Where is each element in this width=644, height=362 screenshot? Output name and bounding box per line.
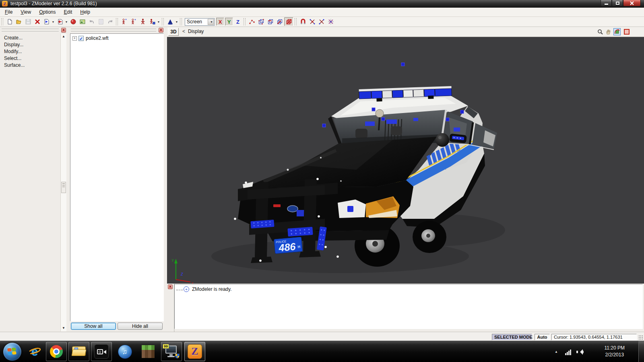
axis-y-toggle[interactable]: Y bbox=[225, 18, 233, 26]
scroll-up-icon[interactable]: ▲ bbox=[62, 35, 65, 38]
bones-up-tool-button[interactable] bbox=[120, 17, 129, 26]
tree-expander-icon[interactable]: + bbox=[72, 36, 77, 41]
scene-tree-panel: × + ✓ police2.wft Show all Hide all bbox=[68, 27, 165, 332]
police-car-model[interactable]: POLICE 486 H bbox=[167, 37, 644, 284]
toolbar-grip[interactable] bbox=[180, 18, 182, 25]
taskbar-zmodeler[interactable]: Z bbox=[184, 342, 205, 361]
taskbar-clock[interactable]: 11:20 PM 2/2/2013 bbox=[605, 345, 625, 358]
hide-all-button[interactable]: Hide all bbox=[118, 323, 163, 330]
mode-cube-edges-button[interactable] bbox=[266, 17, 275, 26]
screen-space-combo[interactable]: Screen ▼ bbox=[185, 18, 215, 26]
new-file-button[interactable] bbox=[5, 17, 14, 26]
taskbar-itunes[interactable]: ♫ bbox=[114, 342, 135, 361]
close-button[interactable] bbox=[623, 0, 641, 6]
panel-grip[interactable] bbox=[71, 28, 156, 31]
detach-vertices-button[interactable] bbox=[317, 17, 326, 26]
history-button[interactable] bbox=[96, 17, 105, 26]
scrollbar-thumb[interactable] bbox=[61, 182, 66, 193]
maximize-button[interactable] bbox=[612, 0, 623, 6]
axis-z-toggle[interactable]: Z bbox=[234, 18, 242, 26]
actor-tool-button[interactable] bbox=[147, 17, 157, 26]
command-modify[interactable]: Modify... bbox=[0, 48, 60, 55]
render-sphere-button[interactable] bbox=[68, 17, 78, 26]
orbit-tool-button[interactable] bbox=[613, 28, 621, 35]
snap-magnet-button[interactable] bbox=[298, 17, 308, 26]
taskbar-video-app[interactable] bbox=[91, 342, 112, 361]
history-icon bbox=[98, 19, 104, 25]
viewport-view-name[interactable]: Display bbox=[188, 29, 204, 34]
volume-icon[interactable] bbox=[576, 349, 584, 355]
taskbar-internet-explorer[interactable]: e bbox=[24, 342, 45, 361]
mode-cube-vertices-button[interactable] bbox=[256, 17, 266, 26]
undo-button[interactable] bbox=[87, 17, 96, 26]
commands-panel-close-button[interactable]: × bbox=[61, 28, 66, 33]
start-button[interactable] bbox=[3, 343, 21, 361]
show-all-button[interactable]: Show all bbox=[71, 323, 116, 330]
menu-options[interactable]: Options bbox=[35, 8, 60, 16]
viewport-back-button[interactable]: < bbox=[182, 29, 185, 34]
mode-vertices-button[interactable] bbox=[247, 17, 256, 26]
tree-checkbox[interactable]: ✓ bbox=[78, 36, 84, 41]
notification-badge: 99 bbox=[163, 344, 169, 349]
cone-tool-button[interactable] bbox=[165, 17, 175, 26]
open-file-button[interactable] bbox=[14, 17, 23, 26]
cone-tool-dropdown[interactable]: ▼ bbox=[175, 17, 179, 26]
toolbar-grip[interactable] bbox=[1, 18, 3, 25]
tree-row-police2[interactable]: + ✓ police2.wft bbox=[70, 34, 163, 41]
tree-panel-close-button[interactable]: × bbox=[159, 28, 163, 33]
toolbar-grip[interactable] bbox=[295, 18, 297, 25]
taskbar-chrome[interactable] bbox=[46, 342, 67, 361]
menu-view[interactable]: View bbox=[17, 8, 35, 16]
message-panel-close-button[interactable]: × bbox=[168, 284, 173, 289]
show-hidden-icons-button[interactable]: ▲ bbox=[555, 350, 558, 354]
message-panel-grip[interactable]: × bbox=[167, 284, 174, 332]
menu-edit[interactable]: Edit bbox=[60, 8, 76, 16]
export-dropdown[interactable]: ▼ bbox=[51, 17, 55, 26]
viewport-close-button[interactable] bbox=[624, 29, 630, 35]
mode-cube-objects-button[interactable] bbox=[284, 17, 293, 26]
taskbar-minecraft[interactable] bbox=[138, 342, 159, 361]
network-icon[interactable] bbox=[565, 349, 572, 355]
walk-tool-button[interactable] bbox=[138, 17, 147, 26]
mode-cube-faces-button[interactable] bbox=[275, 17, 284, 26]
taskbar-explorer[interactable] bbox=[68, 342, 89, 361]
panel-grip[interactable] bbox=[2, 28, 59, 31]
menu-file[interactable]: File bbox=[1, 8, 17, 16]
show-desktop-button[interactable] bbox=[638, 341, 644, 362]
axis-x-toggle[interactable]: X bbox=[216, 18, 224, 26]
command-display[interactable]: Display... bbox=[0, 41, 60, 48]
save-button[interactable] bbox=[23, 17, 33, 26]
import-button[interactable] bbox=[55, 17, 64, 26]
zoom-tool-button[interactable] bbox=[597, 28, 604, 35]
toolbar-grip[interactable] bbox=[116, 18, 118, 25]
tree-item-label[interactable]: police2.wft bbox=[86, 35, 109, 41]
command-select[interactable]: Select... bbox=[0, 55, 60, 62]
auto-mode-indicator[interactable]: Auto bbox=[535, 334, 550, 340]
taskbar-system-app[interactable]: 99 bbox=[161, 342, 182, 361]
delete-button[interactable] bbox=[33, 17, 42, 26]
pan-tool-button[interactable] bbox=[605, 28, 612, 35]
command-surface[interactable]: Surface... bbox=[0, 62, 60, 68]
texture-browser-button[interactable] bbox=[78, 17, 87, 26]
actor-tool-dropdown[interactable]: ▼ bbox=[157, 17, 161, 26]
commands-scrollbar[interactable]: ▲ ▼ bbox=[60, 34, 66, 331]
export-button[interactable] bbox=[42, 17, 51, 26]
toolbar-grip[interactable] bbox=[162, 18, 164, 25]
cone-icon bbox=[167, 19, 173, 25]
command-create[interactable]: Create... bbox=[0, 34, 60, 41]
menu-help[interactable]: Help bbox=[76, 8, 94, 16]
weld-vertices-button[interactable] bbox=[308, 17, 317, 26]
toolbar-grip[interactable] bbox=[244, 18, 246, 25]
combo-dropdown-icon[interactable]: ▼ bbox=[208, 19, 214, 25]
resize-grip[interactable] bbox=[638, 335, 643, 340]
minimize-button[interactable] bbox=[601, 0, 612, 6]
minecraft-block-icon bbox=[142, 345, 155, 358]
window-titlebar[interactable]: Z testpol3 - ZModeler ver 2.2.6 (Build 9… bbox=[0, 0, 644, 8]
snap-grid-button[interactable] bbox=[326, 17, 335, 26]
scroll-down-icon[interactable]: ▼ bbox=[62, 326, 65, 330]
viewport-mode-button[interactable]: 3D bbox=[168, 28, 179, 36]
viewport-3d[interactable]: POLICE 486 H bbox=[167, 37, 644, 284]
import-dropdown[interactable]: ▼ bbox=[64, 17, 68, 26]
redo-button[interactable] bbox=[105, 17, 115, 26]
bones-down-tool-button[interactable] bbox=[129, 17, 138, 26]
